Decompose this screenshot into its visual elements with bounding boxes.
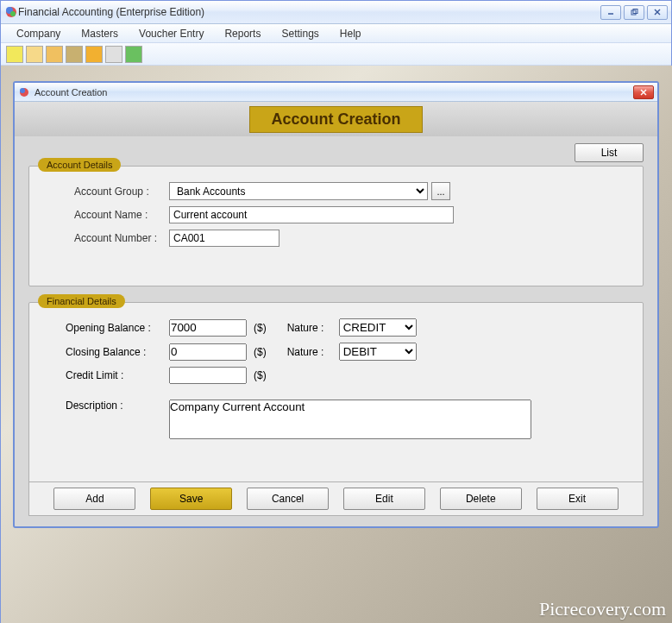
- toolbar-icon-5[interactable]: [85, 46, 103, 63]
- app-icon: [4, 5, 18, 19]
- edit-button[interactable]: Edit: [343, 488, 425, 510]
- close-main-button[interactable]: [647, 5, 668, 20]
- opening-balance-input[interactable]: [169, 319, 247, 337]
- main-titlebar: Financial Accounting (Enterprise Edition…: [1, 1, 671, 24]
- dialog-close-button[interactable]: [633, 85, 654, 99]
- restore-button[interactable]: [624, 5, 644, 20]
- description-label: Description :: [57, 400, 169, 412]
- toolbar-icon-2[interactable]: [26, 46, 43, 63]
- toolbar-icon-6[interactable]: [105, 46, 122, 63]
- dialog-titlebar: Account Creation: [15, 83, 657, 102]
- watermark: Picrecovery.com: [539, 598, 666, 620]
- account-group-label: Account Group :: [57, 186, 169, 198]
- banner-title: Account Creation: [249, 106, 422, 133]
- mdi-background: Account Creation Account Creation List A…: [1, 66, 672, 623]
- closing-balance-input[interactable]: [169, 343, 247, 361]
- account-name-input[interactable]: [169, 206, 454, 223]
- dialog-banner: Account Creation: [15, 102, 657, 136]
- closing-balance-label: Closing Balance :: [57, 346, 169, 358]
- nature1-label: Nature :: [287, 322, 339, 334]
- account-group-lookup-button[interactable]: ...: [431, 182, 450, 200]
- financial-details-legend: Financial Details: [38, 294, 125, 308]
- account-group-select[interactable]: Bank Accounts: [169, 182, 428, 200]
- add-button[interactable]: Add: [53, 488, 135, 510]
- account-creation-dialog: Account Creation Account Creation List A…: [13, 81, 659, 528]
- minimize-button[interactable]: [600, 5, 621, 20]
- dialog-body: List Account Details Account Group : Ban…: [15, 136, 657, 490]
- toolbar-icon-4[interactable]: [66, 46, 83, 63]
- delete-button[interactable]: Delete: [440, 488, 522, 510]
- opening-balance-label: Opening Balance :: [57, 322, 169, 334]
- account-name-label: Account Name :: [57, 209, 169, 221]
- description-textarea[interactable]: [169, 400, 531, 439]
- account-number-input[interactable]: [169, 230, 279, 247]
- menu-help[interactable]: Help: [331, 26, 370, 41]
- toolbar-icon-7[interactable]: [125, 46, 142, 63]
- window-controls: [600, 5, 668, 20]
- cancel-button[interactable]: Cancel: [247, 488, 329, 510]
- list-button[interactable]: List: [575, 143, 644, 162]
- menu-reports[interactable]: Reports: [216, 26, 269, 41]
- svg-point-9: [20, 88, 25, 93]
- menu-company[interactable]: Company: [8, 26, 69, 41]
- credit-limit-label: Credit Limit :: [57, 369, 169, 381]
- nature2-select[interactable]: DEBIT: [339, 343, 417, 361]
- dialog-icon: [18, 86, 30, 98]
- save-button[interactable]: Save: [150, 488, 232, 510]
- nature1-select[interactable]: CREDIT: [339, 318, 417, 337]
- account-details-legend: Account Details: [38, 158, 121, 172]
- closing-balance-currency: ($): [254, 346, 267, 358]
- toolbar: [1, 43, 671, 66]
- dialog-title: Account Creation: [35, 87, 633, 98]
- menubar: Company Masters Voucher Entry Reports Se…: [1, 24, 671, 43]
- financial-details-fieldset: Financial Details Opening Balance : ($) …: [28, 302, 644, 490]
- menu-voucher-entry[interactable]: Voucher Entry: [130, 26, 212, 41]
- app-title: Financial Accounting (Enterprise Edition…: [18, 6, 600, 18]
- menu-masters[interactable]: Masters: [72, 26, 127, 41]
- credit-limit-currency: ($): [254, 369, 267, 381]
- account-details-fieldset: Account Details Account Group : Bank Acc…: [28, 166, 644, 286]
- account-number-label: Account Number :: [57, 232, 169, 244]
- nature2-label: Nature :: [287, 346, 339, 358]
- svg-point-2: [10, 11, 16, 16]
- toolbar-icon-1[interactable]: [6, 46, 23, 63]
- action-button-bar: Add Save Cancel Edit Delete Exit: [28, 481, 644, 516]
- exit-button[interactable]: Exit: [537, 488, 619, 510]
- main-window: Financial Accounting (Enterprise Edition…: [0, 0, 672, 623]
- opening-balance-currency: ($): [254, 322, 267, 334]
- menu-settings[interactable]: Settings: [273, 26, 327, 41]
- credit-limit-input[interactable]: [169, 367, 247, 384]
- toolbar-icon-3[interactable]: [46, 46, 63, 63]
